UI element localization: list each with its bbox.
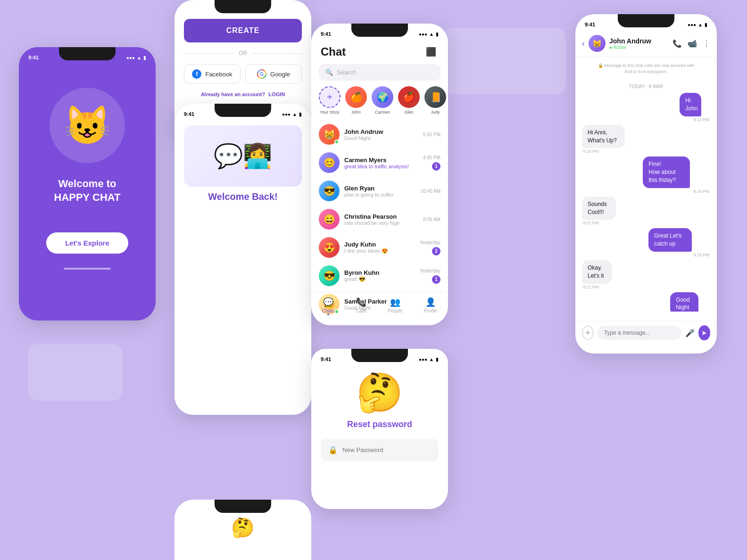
nav-calls[interactable]: 📞 Calls	[356, 297, 366, 313]
phone-reset: 9:41 ●●● ▲ ▮ 🤔 Reset password 🔒	[311, 349, 448, 509]
contact-status: ● Active	[609, 45, 669, 50]
chat-info-judy: Judy Kuhn I like your ideas 😍	[344, 241, 415, 254]
story-judy-name: Judy	[431, 110, 440, 115]
chat-item-glen[interactable]: 😎 Glen Ryan plan is going to suffer 10:4…	[311, 177, 448, 205]
create-button[interactable]: CREATE	[184, 19, 302, 42]
active-indicator	[327, 313, 329, 315]
happy-emoji: 😺	[64, 103, 111, 148]
msg-row-3: Fine!How about this friday? 9:16 PM	[582, 156, 710, 193]
new-password-field[interactable]: 🔒	[321, 439, 439, 461]
chat-item-judy[interactable]: 😍 Judy Kuhn I like your ideas 😍 Yesterda…	[311, 233, 448, 262]
chat-time-byron: Yesterday	[420, 268, 440, 273]
profile-icon: 👤	[425, 297, 436, 307]
more-icon[interactable]: ⋮	[703, 39, 710, 48]
login-illustration: 💬👩‍💻	[184, 125, 302, 187]
msg-time-6: 9:21 PM	[582, 285, 625, 289]
chat-item-john[interactable]: 😸 John Andruw Good Night 5:45 PM	[311, 120, 448, 148]
wifi-icon: ▲	[137, 55, 141, 60]
send-button[interactable]: ➤	[698, 325, 710, 340]
already-text: Already have an account? LOGIN	[184, 91, 302, 97]
msg-row-2: Hi Anni, What's Up? 9:15 PM	[582, 125, 710, 154]
your-story-label: Your Story	[320, 110, 340, 115]
msg-bubble-2: Hi Anni, What's Up?	[582, 125, 625, 148]
msg-time-2: 9:15 PM	[582, 149, 643, 154]
chat-item-byron[interactable]: 😎 Byron Kuhn great! 😎 Yesterday 1	[311, 262, 448, 290]
chat-info-carmen: Carmen Myers great idea to traffic analy…	[344, 156, 418, 169]
message-input[interactable]	[598, 326, 681, 340]
mic-icon[interactable]: 🎤	[685, 329, 695, 338]
nav-profile[interactable]: 👤 Profile	[424, 297, 437, 313]
unread-badge-carmen: 1	[432, 162, 440, 171]
search-bar[interactable]: 🔍 Search	[319, 64, 440, 81]
google-icon: G	[257, 69, 266, 79]
story-john-avatar: 🍊	[345, 86, 367, 108]
avatar-byron: 😎	[319, 265, 340, 286]
msg-time-1: 9:12 PM	[680, 117, 710, 122]
nav-chats-label: Chats	[322, 308, 334, 313]
partial-illustration: 🤔	[184, 517, 302, 539]
chat-preview-judy: I like your ideas 😍	[344, 248, 415, 254]
story-judy[interactable]: 📙 Judy	[424, 86, 446, 115]
chat-info-christina: Christina Pearson rate should be very hi…	[344, 213, 418, 226]
explore-button[interactable]: Let's Explore	[46, 232, 128, 254]
add-button[interactable]: +	[582, 326, 594, 340]
story-glen-name: Glen	[404, 110, 413, 115]
chat-name-glen: Glen Ryan	[344, 185, 416, 192]
contact-avatar: 😸	[589, 35, 606, 52]
chat-meta-christina: 8:06 AM	[423, 217, 440, 222]
story-add[interactable]: + Your Story	[319, 86, 340, 115]
encryption-notice: 🔒 Message to this chat calls are now sec…	[582, 57, 710, 80]
story-glen[interactable]: 🍎 Glen	[398, 86, 420, 115]
login-link[interactable]: LOGIN	[268, 91, 285, 97]
reset-title: Reset password	[347, 420, 412, 429]
chat-item-christina[interactable]: 😄 Christina Pearson rate should be very …	[311, 205, 448, 233]
facebook-icon: f	[192, 69, 201, 79]
social-buttons-create: f Facebook G Google	[184, 64, 302, 84]
call-icon[interactable]: 📞	[672, 39, 682, 48]
story-john[interactable]: 🍊 John	[345, 86, 367, 115]
message-body: 🔒 Message to this chat calls are now sec…	[575, 57, 717, 312]
msg-bubble-6: Okay, Let's it	[582, 260, 612, 284]
notch-create	[215, 0, 271, 13]
bottom-nav: 💬 Chats 📞 Calls 👥 People 👤 Profile	[311, 292, 448, 316]
back-button[interactable]: ‹	[582, 39, 585, 49]
google-button-create[interactable]: G Google	[245, 64, 302, 84]
phone-partial-bottom: 🤔	[174, 500, 311, 560]
msg-bubble-3: Fine!How about this friday?	[643, 156, 690, 188]
chat-item-carmen[interactable]: 😊 Carmen Myers great idea to traffic ana…	[311, 148, 448, 177]
nav-calls-label: Calls	[356, 308, 366, 313]
message-input-row: + 🎤 ➤	[575, 321, 717, 344]
unread-badge-judy: 2	[432, 247, 440, 255]
chat-preview-christina: rate should be very high	[344, 220, 418, 226]
story-carmen[interactable]: 🌍 Carmen	[372, 86, 393, 115]
edit-icon[interactable]: ⬛	[423, 44, 439, 59]
message-actions: 📞 📹 ⋮	[672, 39, 710, 48]
chat-time-glen: 10:45 AM	[421, 189, 440, 194]
chat-name-christina: Christina Pearson	[344, 213, 418, 220]
msg-row-5: Great Let's catch up 9:16 PM	[582, 228, 710, 257]
story-john-name: John	[351, 110, 361, 115]
chat-header: Chat ⬛	[311, 41, 448, 64]
new-password-input[interactable]	[342, 446, 431, 453]
facebook-button-create[interactable]: f Facebook	[184, 64, 241, 84]
lock-icon-reset: 🔒	[328, 445, 338, 454]
video-icon[interactable]: 📹	[688, 39, 697, 48]
chat-meta-byron: Yesterday 1	[420, 268, 440, 284]
story-glen-avatar: 🍎	[398, 86, 420, 108]
nav-chats[interactable]: 💬 Chats	[322, 297, 334, 313]
msg-bubble-5: Great Let's catch up	[648, 228, 692, 252]
chats-icon: 💬	[323, 297, 333, 307]
chat-meta-judy: Yesterday 2	[420, 240, 440, 255]
chat-preview-byron: great! 😎	[344, 276, 415, 282]
avatar-glen: 😎	[319, 181, 340, 201]
nav-people[interactable]: 👥 People	[388, 297, 402, 313]
notch-welcome	[59, 47, 116, 60]
msg-bubble-4: Sounds Cool!!!	[582, 197, 616, 220]
chat-time-christina: 8:06 AM	[423, 217, 440, 222]
avatar-christina: 😄	[319, 209, 340, 230]
avatar-judy: 😍	[319, 237, 340, 258]
msg-time-5: 9:16 PM	[648, 253, 710, 257]
reset-content: 🤔 Reset password 🔒	[311, 366, 448, 470]
status-icons-chat: ●●● ▲ ▮	[419, 32, 439, 37]
msg-time-3: 9:16 PM	[643, 189, 710, 194]
